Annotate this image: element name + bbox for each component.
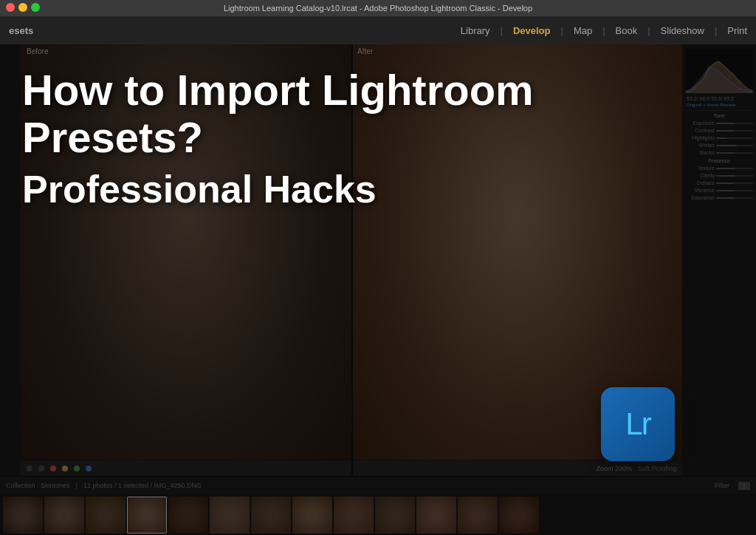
title-bar-text: Lightroom Learning Catalog-v10.lrcat - A… [224,4,532,13]
nav-print[interactable]: Print [727,25,747,36]
nav-library[interactable]: Library [461,25,490,36]
lr-logo: Lr [601,387,675,461]
main-container: Lightroom Learning Catalog-v10.lrcat - A… [0,0,756,535]
nav-left-label: esets [9,25,53,36]
main-title: How to Import Lightroom Presets? [22,67,653,161]
nav-bar: esets Library | Develop | Map | Book | S… [0,16,756,44]
nav-right: Library | Develop | Map | Book | Slidesh… [461,25,747,36]
nav-book[interactable]: Book [616,25,638,36]
sub-title: Professional Hacks [22,168,653,211]
lr-logo-text: Lr [625,406,650,442]
minimize-button[interactable] [18,3,27,12]
close-button[interactable] [6,3,15,12]
maximize-button[interactable] [31,3,40,12]
nav-map[interactable]: Map [574,25,592,36]
title-overlay: How to Import Lightroom Presets? Profess… [0,52,675,225]
titlebar-buttons [6,3,40,12]
title-bar: Lightroom Learning Catalog-v10.lrcat - A… [0,0,756,16]
nav-slideshow[interactable]: Slideshow [661,25,704,36]
nav-develop[interactable]: Develop [513,25,551,36]
